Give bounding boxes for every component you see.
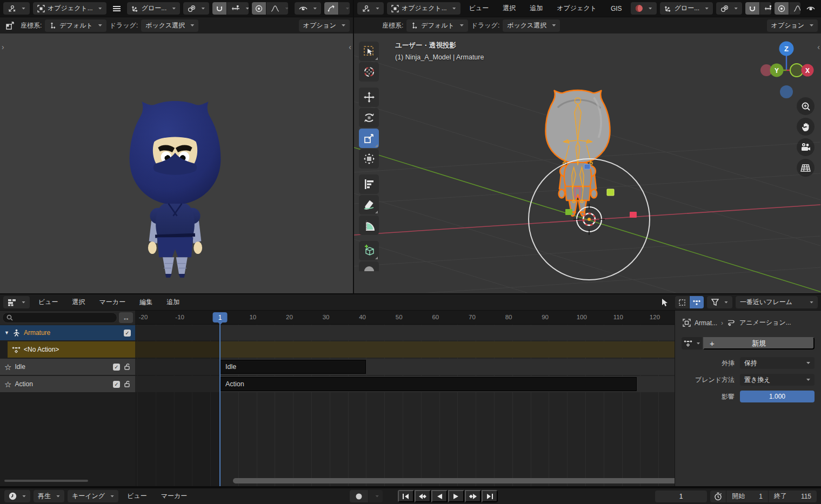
next-keyframe-button[interactable] bbox=[465, 490, 481, 502]
options-dropdown[interactable]: オプション bbox=[767, 19, 818, 32]
proportional-edit-toggle[interactable] bbox=[775, 2, 789, 15]
gizmo-handle-z[interactable] bbox=[584, 164, 590, 169]
use-preview-range-button[interactable] bbox=[710, 490, 726, 502]
coord-dropdown[interactable]: デフォルト bbox=[406, 19, 468, 32]
gizmo-axis-y-neg[interactable] bbox=[790, 64, 803, 77]
current-frame-field[interactable]: 1 bbox=[655, 490, 707, 502]
channel-enable-checkbox[interactable]: ✓ bbox=[124, 330, 131, 337]
disclosure-triangle-icon[interactable]: ▼ bbox=[4, 330, 9, 335]
drag-dropdown[interactable]: ボックス選択 bbox=[503, 19, 560, 32]
playbar-menu-marker[interactable]: マーカー bbox=[156, 490, 193, 502]
jump-to-end-button[interactable] bbox=[482, 490, 498, 502]
auto-key-dropdown[interactable] bbox=[369, 490, 383, 502]
coord-dropdown[interactable]: デフォルト bbox=[45, 19, 106, 32]
viewport-left-canvas[interactable]: › ‹ bbox=[0, 33, 353, 293]
nla-strip-action[interactable]: Action bbox=[220, 377, 637, 391]
snap-settings-dropdown[interactable] bbox=[760, 2, 771, 15]
frame-end-field[interactable]: 終了 115 bbox=[769, 490, 817, 502]
prev-keyframe-button[interactable] bbox=[415, 490, 431, 502]
transform-tool[interactable] bbox=[359, 149, 379, 169]
orientation-dropdown[interactable]: グロー... bbox=[660, 2, 713, 15]
channel-idle[interactable]: ☆ Idle ✓ bbox=[0, 359, 135, 375]
menu-gis[interactable]: GIS bbox=[605, 2, 628, 15]
menu-object[interactable]: オブジェクト bbox=[551, 2, 602, 15]
measure-tool[interactable] bbox=[359, 216, 379, 235]
hamburger-menu-button[interactable] bbox=[110, 2, 124, 15]
menu-view[interactable]: ビュー bbox=[464, 2, 495, 15]
search-input[interactable] bbox=[2, 312, 117, 323]
navigation-gizmo[interactable]: Z Y X bbox=[755, 37, 818, 102]
frame-start-field[interactable]: 開始 1 bbox=[726, 490, 768, 502]
select-box-tool[interactable] bbox=[359, 42, 379, 61]
editor-type-button[interactable] bbox=[3, 2, 30, 15]
nla-menu-add[interactable]: 追加 bbox=[161, 296, 185, 308]
play-button[interactable] bbox=[448, 490, 464, 502]
falloff-dropdown[interactable] bbox=[266, 2, 288, 15]
viewport-right-canvas[interactable]: ‹ bbox=[354, 33, 821, 293]
playbar-menu-view[interactable]: ビュー bbox=[122, 490, 152, 502]
breadcrumb-object[interactable]: Armat... bbox=[695, 319, 717, 327]
snap-toggle-button[interactable] bbox=[212, 2, 226, 15]
breadcrumb-animation[interactable]: アニメーション... bbox=[739, 318, 791, 327]
shading-dropdown[interactable] bbox=[631, 2, 657, 15]
falloff-dropdown[interactable] bbox=[789, 2, 800, 15]
new-action-button[interactable]: + 新規 bbox=[703, 337, 815, 350]
gizmo-axis-z-neg[interactable] bbox=[780, 85, 793, 98]
menu-add[interactable]: 追加 bbox=[524, 2, 548, 15]
nla-snap-toggle[interactable] bbox=[690, 296, 704, 308]
snap-settings-dropdown[interactable] bbox=[227, 2, 249, 15]
rotate-tool[interactable] bbox=[359, 108, 379, 127]
editor-type-button[interactable] bbox=[3, 296, 30, 308]
auto-key-button[interactable] bbox=[350, 490, 368, 502]
influence-slider[interactable]: 1.000 bbox=[740, 391, 815, 402]
extrapolation-dropdown[interactable]: 保持 bbox=[740, 357, 815, 369]
editor-type-button[interactable] bbox=[4, 490, 30, 502]
region-toggle-arrow[interactable]: ‹ bbox=[349, 43, 351, 51]
gizmo-handle-y[interactable] bbox=[565, 209, 572, 215]
menu-select[interactable]: 選択 bbox=[497, 2, 521, 15]
zoom-button[interactable] bbox=[797, 97, 815, 115]
annotate-tool[interactable] bbox=[359, 195, 379, 214]
channel-hscrollbar[interactable] bbox=[4, 480, 88, 482]
snap-mode-dropdown[interactable]: 一番近いフレーム bbox=[736, 296, 818, 308]
gizmo-handle-y2[interactable] bbox=[607, 189, 614, 196]
track-mute-checkbox[interactable]: ✓ bbox=[113, 381, 120, 388]
filter-invert-button[interactable]: ↔ bbox=[119, 312, 133, 323]
playhead[interactable] bbox=[219, 321, 221, 486]
jump-to-start-button[interactable] bbox=[398, 490, 414, 502]
track-mute-checkbox[interactable]: ✓ bbox=[113, 364, 120, 371]
filter-dropdown[interactable] bbox=[707, 296, 732, 308]
orientation-dropdown[interactable]: グロー... bbox=[127, 2, 181, 15]
pivot-dropdown[interactable] bbox=[716, 2, 742, 15]
region-select-toggle[interactable] bbox=[675, 296, 689, 308]
move-tool[interactable] bbox=[359, 88, 379, 107]
nla-menu-marker[interactable]: マーカー bbox=[94, 296, 131, 308]
keying-dropdown[interactable]: キーイング bbox=[68, 490, 118, 502]
channel-no-action[interactable]: <No Action> bbox=[8, 341, 135, 358]
nla-menu-select[interactable]: 選択 bbox=[67, 296, 91, 308]
visibility-dropdown[interactable] bbox=[804, 2, 818, 15]
region-toggle-arrow[interactable]: ‹ bbox=[817, 43, 820, 51]
extra-tool-partial[interactable] bbox=[359, 261, 379, 271]
options-dropdown[interactable]: オプション bbox=[299, 19, 350, 32]
channel-armature[interactable]: ▼ Armature ✓ bbox=[0, 325, 135, 340]
nla-timeline-area[interactable]: -20-10102030405060708090100110120 IdleAc… bbox=[135, 311, 675, 486]
pivot-dropdown[interactable] bbox=[183, 2, 209, 15]
mode-dropdown[interactable]: オブジェクト... bbox=[387, 2, 460, 15]
camera-view-button[interactable] bbox=[797, 138, 815, 156]
solo-star-icon[interactable]: ☆ bbox=[4, 363, 11, 371]
scale-tool[interactable] bbox=[359, 129, 379, 148]
action-datablock-dropdown[interactable] bbox=[682, 337, 702, 350]
channel-action[interactable]: ☆ Action ✓ bbox=[0, 376, 135, 392]
add-primitive-tool[interactable] bbox=[359, 241, 379, 260]
gizmo-toggle-button[interactable] bbox=[324, 2, 338, 15]
nla-menu-edit[interactable]: 編集 bbox=[134, 296, 158, 308]
ortho-toggle-button[interactable] bbox=[797, 159, 815, 177]
cursor-tool[interactable] bbox=[359, 62, 379, 82]
nla-strip-idle[interactable]: Idle bbox=[220, 360, 366, 374]
proportional-edit-toggle[interactable] bbox=[252, 2, 266, 15]
gizmo-settings-dropdown[interactable] bbox=[339, 2, 350, 15]
current-frame-badge[interactable]: 1 bbox=[213, 312, 228, 322]
mode-dropdown[interactable]: オブジェクト... bbox=[33, 2, 106, 15]
editor-type-button[interactable] bbox=[357, 2, 384, 15]
